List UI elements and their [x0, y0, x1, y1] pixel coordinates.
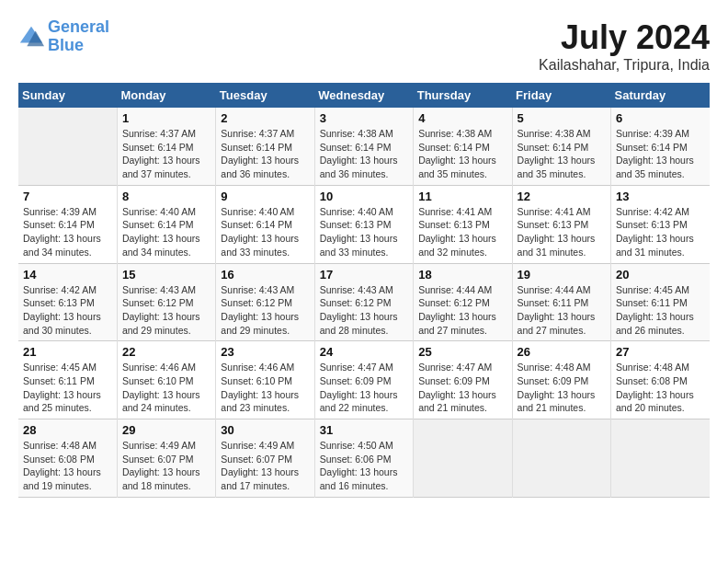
calendar-cell: 19Sunrise: 4:44 AM Sunset: 6:11 PM Dayli… — [512, 263, 610, 341]
week-row-3: 14Sunrise: 4:42 AM Sunset: 6:13 PM Dayli… — [18, 263, 710, 341]
day-info: Sunrise: 4:49 AM Sunset: 6:07 PM Dayligh… — [122, 439, 210, 493]
calendar-cell: 14Sunrise: 4:42 AM Sunset: 6:13 PM Dayli… — [18, 263, 117, 341]
day-number: 22 — [122, 345, 210, 359]
calendar-cell: 9Sunrise: 4:40 AM Sunset: 6:14 PM Daylig… — [216, 185, 314, 263]
day-number: 3 — [320, 111, 408, 125]
calendar-cell: 30Sunrise: 4:49 AM Sunset: 6:07 PM Dayli… — [216, 419, 314, 498]
calendar-cell: 18Sunrise: 4:44 AM Sunset: 6:12 PM Dayli… — [414, 263, 512, 341]
calendar-cell: 28Sunrise: 4:48 AM Sunset: 6:08 PM Dayli… — [18, 419, 117, 498]
day-number: 12 — [518, 190, 606, 203]
day-number: 2 — [221, 111, 309, 125]
day-info: Sunrise: 4:43 AM Sunset: 6:12 PM Dayligh… — [320, 283, 408, 338]
day-info: Sunrise: 4:45 AM Sunset: 6:11 PM Dayligh… — [616, 283, 705, 338]
calendar-cell: 25Sunrise: 4:47 AM Sunset: 6:09 PM Dayli… — [414, 341, 512, 419]
day-info: Sunrise: 4:48 AM Sunset: 6:09 PM Dayligh… — [518, 361, 606, 415]
calendar-cell: 16Sunrise: 4:43 AM Sunset: 6:12 PM Dayli… — [216, 263, 314, 341]
calendar-cell: 4Sunrise: 4:38 AM Sunset: 6:14 PM Daylig… — [414, 108, 512, 185]
day-info: Sunrise: 4:42 AM Sunset: 6:13 PM Dayligh… — [616, 205, 705, 259]
day-info: Sunrise: 4:38 AM Sunset: 6:14 PM Dayligh… — [518, 127, 606, 181]
calendar-cell: 8Sunrise: 4:40 AM Sunset: 6:14 PM Daylig… — [117, 185, 215, 263]
day-info: Sunrise: 4:44 AM Sunset: 6:12 PM Dayligh… — [418, 283, 506, 338]
calendar-cell: 11Sunrise: 4:41 AM Sunset: 6:13 PM Dayli… — [414, 185, 512, 263]
logo: General Blue — [18, 18, 109, 55]
day-number: 24 — [320, 345, 408, 359]
day-number: 21 — [23, 345, 112, 359]
calendar-cell — [512, 419, 610, 498]
day-number: 30 — [221, 423, 309, 437]
calendar-cell: 24Sunrise: 4:47 AM Sunset: 6:09 PM Dayli… — [314, 341, 413, 419]
day-number: 4 — [418, 111, 506, 125]
day-info: Sunrise: 4:45 AM Sunset: 6:11 PM Dayligh… — [23, 361, 112, 415]
day-info: Sunrise: 4:41 AM Sunset: 6:13 PM Dayligh… — [518, 205, 606, 259]
day-number: 15 — [122, 268, 210, 282]
calendar-cell: 15Sunrise: 4:43 AM Sunset: 6:12 PM Dayli… — [117, 263, 215, 341]
calendar-cell: 10Sunrise: 4:40 AM Sunset: 6:13 PM Dayli… — [314, 185, 413, 263]
day-info: Sunrise: 4:40 AM Sunset: 6:14 PM Dayligh… — [221, 205, 309, 259]
day-number: 9 — [221, 190, 309, 203]
logo-text: General Blue — [48, 18, 109, 55]
day-number: 28 — [23, 423, 112, 437]
day-info: Sunrise: 4:43 AM Sunset: 6:12 PM Dayligh… — [221, 283, 309, 338]
calendar-cell: 23Sunrise: 4:46 AM Sunset: 6:10 PM Dayli… — [216, 341, 314, 419]
calendar-cell: 21Sunrise: 4:45 AM Sunset: 6:11 PM Dayli… — [18, 341, 117, 419]
logo-line2: Blue — [48, 36, 84, 54]
day-info: Sunrise: 4:47 AM Sunset: 6:09 PM Dayligh… — [320, 361, 408, 415]
day-number: 20 — [616, 268, 705, 282]
calendar-cell: 20Sunrise: 4:45 AM Sunset: 6:11 PM Dayli… — [611, 263, 710, 341]
day-number: 1 — [122, 111, 210, 125]
day-number: 26 — [518, 345, 606, 359]
day-number: 29 — [122, 423, 210, 437]
calendar-cell — [414, 419, 512, 498]
day-info: Sunrise: 4:46 AM Sunset: 6:10 PM Dayligh… — [221, 361, 309, 415]
week-row-2: 7Sunrise: 4:39 AM Sunset: 6:14 PM Daylig… — [18, 185, 710, 263]
day-info: Sunrise: 4:39 AM Sunset: 6:14 PM Dayligh… — [616, 127, 705, 181]
calendar-cell: 6Sunrise: 4:39 AM Sunset: 6:14 PM Daylig… — [611, 108, 710, 185]
weekday-header-friday: Friday — [512, 83, 610, 108]
logo-line1: General — [48, 17, 109, 36]
calendar-cell: 22Sunrise: 4:46 AM Sunset: 6:10 PM Dayli… — [117, 341, 215, 419]
calendar-cell: 13Sunrise: 4:42 AM Sunset: 6:13 PM Dayli… — [611, 185, 710, 263]
calendar-cell: 3Sunrise: 4:38 AM Sunset: 6:14 PM Daylig… — [314, 108, 413, 185]
day-info: Sunrise: 4:38 AM Sunset: 6:14 PM Dayligh… — [320, 127, 408, 181]
day-info: Sunrise: 4:46 AM Sunset: 6:10 PM Dayligh… — [122, 361, 210, 415]
day-number: 13 — [616, 190, 705, 203]
calendar-body: 1Sunrise: 4:37 AM Sunset: 6:14 PM Daylig… — [18, 108, 710, 497]
day-number: 18 — [418, 268, 506, 282]
weekday-header-tuesday: Tuesday — [216, 83, 314, 108]
day-number: 5 — [518, 111, 606, 125]
day-info: Sunrise: 4:37 AM Sunset: 6:14 PM Dayligh… — [122, 127, 210, 181]
location-subtitle: Kailashahar, Tripura, India — [539, 57, 710, 74]
calendar-cell: 17Sunrise: 4:43 AM Sunset: 6:12 PM Dayli… — [314, 263, 413, 341]
day-number: 10 — [320, 190, 408, 203]
day-number: 19 — [518, 268, 606, 282]
day-info: Sunrise: 4:41 AM Sunset: 6:13 PM Dayligh… — [418, 205, 506, 259]
day-number: 11 — [418, 190, 506, 203]
day-info: Sunrise: 4:42 AM Sunset: 6:13 PM Dayligh… — [23, 283, 112, 338]
day-info: Sunrise: 4:39 AM Sunset: 6:14 PM Dayligh… — [23, 205, 112, 259]
calendar-cell: 27Sunrise: 4:48 AM Sunset: 6:08 PM Dayli… — [611, 341, 710, 419]
day-number: 6 — [616, 111, 705, 125]
day-number: 17 — [320, 268, 408, 282]
weekday-header-row: SundayMondayTuesdayWednesdayThursdayFrid… — [18, 83, 710, 108]
day-info: Sunrise: 4:48 AM Sunset: 6:08 PM Dayligh… — [616, 361, 705, 415]
day-info: Sunrise: 4:44 AM Sunset: 6:11 PM Dayligh… — [518, 283, 606, 338]
calendar-cell: 7Sunrise: 4:39 AM Sunset: 6:14 PM Daylig… — [18, 185, 117, 263]
calendar-cell: 2Sunrise: 4:37 AM Sunset: 6:14 PM Daylig… — [216, 108, 314, 185]
day-number: 8 — [122, 190, 210, 203]
day-number: 25 — [418, 345, 506, 359]
day-info: Sunrise: 4:38 AM Sunset: 6:14 PM Dayligh… — [418, 127, 506, 181]
calendar-table: SundayMondayTuesdayWednesdayThursdayFrid… — [18, 83, 710, 498]
day-number: 27 — [616, 345, 705, 359]
calendar-header: SundayMondayTuesdayWednesdayThursdayFrid… — [18, 83, 710, 108]
logo-icon — [18, 24, 44, 50]
week-row-1: 1Sunrise: 4:37 AM Sunset: 6:14 PM Daylig… — [18, 108, 710, 185]
calendar-cell: 26Sunrise: 4:48 AM Sunset: 6:09 PM Dayli… — [512, 341, 610, 419]
day-number: 14 — [23, 268, 112, 282]
calendar-cell: 12Sunrise: 4:41 AM Sunset: 6:13 PM Dayli… — [512, 185, 610, 263]
weekday-header-sunday: Sunday — [18, 83, 117, 108]
calendar-cell — [611, 419, 710, 498]
day-info: Sunrise: 4:47 AM Sunset: 6:09 PM Dayligh… — [418, 361, 506, 415]
day-number: 16 — [221, 268, 309, 282]
weekday-header-thursday: Thursday — [414, 83, 512, 108]
calendar-cell: 1Sunrise: 4:37 AM Sunset: 6:14 PM Daylig… — [117, 108, 215, 185]
